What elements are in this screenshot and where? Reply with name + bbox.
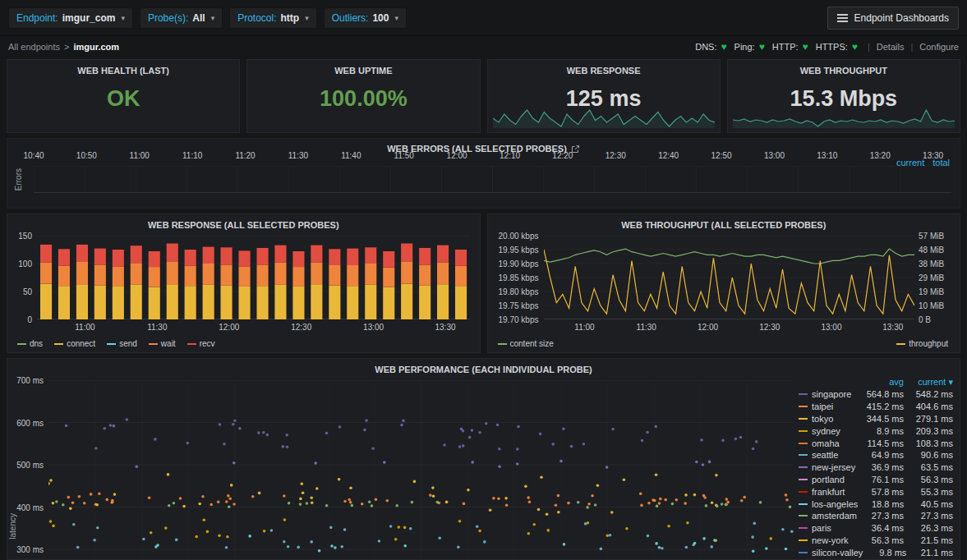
- probe-name[interactable]: los-angeles: [812, 499, 858, 509]
- probe-name[interactable]: portland: [812, 475, 858, 484]
- ping-health-heart-icon: ♥: [759, 41, 765, 53]
- panel-title-web-uptime[interactable]: WEB UPTIME: [247, 60, 479, 76]
- probe-avg-value: 9.8 ms: [863, 548, 906, 558]
- probe-avg-value: 564.8 ms: [858, 389, 904, 399]
- response-chart-area[interactable]: [37, 236, 470, 319]
- probe-current-value: 404.6 ms: [904, 402, 953, 411]
- probe-name[interactable]: seattle: [812, 450, 858, 460]
- probes-value: All: [192, 12, 205, 24]
- web-uptime-value: 100.00%: [247, 86, 479, 112]
- probe-legend-row-silicon-valley[interactable]: silicon-valley9.8 ms21.1 ms: [799, 546, 953, 558]
- legend-item-connect[interactable]: connect: [54, 339, 95, 348]
- endpoint-dashboards-button[interactable]: Endpoint Dashboards: [827, 7, 959, 30]
- performance-chart-area[interactable]: [48, 380, 794, 558]
- breadcrumb-separator: >: [64, 42, 69, 52]
- probe-name[interactable]: sydney: [812, 426, 858, 436]
- protocol-dropdown[interactable]: Protocol: http ▾: [229, 7, 317, 29]
- probe-current-value: 209.3 ms: [904, 426, 953, 436]
- panel-title-web-throughput[interactable]: WEB THROUGHPUT: [728, 60, 960, 76]
- errors-chart-area[interactable]: [34, 166, 951, 193]
- probe-name[interactable]: tokyo: [812, 414, 858, 424]
- probe-name[interactable]: new-york: [812, 535, 858, 545]
- probe-name[interactable]: taipei: [812, 402, 858, 411]
- series-color-dash: [799, 393, 808, 395]
- response-x-tick: 12:00: [219, 323, 239, 332]
- probe-legend-row-los-angeles[interactable]: los-angeles18.8 ms40.5 ms: [799, 498, 953, 510]
- sort-by-current[interactable]: current ▾: [904, 377, 953, 388]
- throughput-chart-area[interactable]: [544, 236, 914, 319]
- probe-legend-row-frankfurt[interactable]: frankfurt57.8 ms55.3 ms: [799, 485, 953, 498]
- performance-y-tick: 300 ms: [16, 545, 44, 554]
- throughput-x-tick: 13:30: [882, 323, 903, 332]
- legend-item-send[interactable]: send: [107, 339, 137, 348]
- probe-legend-row-new-york[interactable]: new-york56.3 ms21.5 ms: [799, 535, 953, 547]
- errors-x-tick: 11:10: [182, 151, 202, 160]
- probe-legend-row-omaha[interactable]: omaha114.5 ms108.3 ms: [799, 437, 953, 449]
- throughput-right-tick: 38 MiB: [919, 259, 944, 269]
- endpoint-label: Endpoint:: [16, 12, 58, 24]
- endpoint-value: imgur_com: [62, 12, 116, 24]
- response-legend: dnsconnectsendwaitrecv: [17, 339, 215, 348]
- probe-legend-row-amsterdam[interactable]: amsterdam27.3 ms27.3 ms: [799, 510, 953, 522]
- throughput-x-tick: 11:00: [574, 323, 594, 332]
- panel-web-response-chart: WEB RESPONSE (ALL SELECTED PROBES) 15010…: [7, 213, 481, 353]
- breadcrumb-root[interactable]: All endpoints: [8, 42, 60, 52]
- probe-legend-row-portland[interactable]: portland76.1 ms56.3 ms: [799, 474, 953, 486]
- probe-legend-row-paris[interactable]: paris36.4 ms26.3 ms: [799, 522, 953, 535]
- legend-item-throughput[interactable]: throughput: [896, 339, 948, 348]
- probe-name[interactable]: new-jersey: [812, 462, 858, 472]
- middle-charts-row: WEB RESPONSE (ALL SELECTED PROBES) 15010…: [7, 213, 960, 353]
- endpoint-dropdown[interactable]: Endpoint: imgur_com ▾: [8, 7, 133, 29]
- endpoint-dashboards-label: Endpoint Dashboards: [854, 12, 949, 24]
- probe-name[interactable]: amsterdam: [812, 511, 858, 521]
- panel-web-health: WEB HEALTH (LAST) OK: [7, 59, 240, 133]
- probe-name[interactable]: paris: [812, 523, 858, 533]
- probe-name[interactable]: omaha: [812, 438, 858, 448]
- response-y-tick: 100: [18, 259, 32, 269]
- response-y-tick: 0: [27, 315, 32, 324]
- throughput-x-axis: 11:0011:3012:0012:3013:0013:30: [544, 323, 914, 333]
- sort-by-avg[interactable]: avg: [858, 377, 904, 387]
- throughput-left-tick: 20.00 kbps: [499, 232, 539, 241]
- probe-name[interactable]: silicon-valley: [812, 548, 863, 558]
- details-link[interactable]: Details: [877, 42, 905, 52]
- probes-dropdown[interactable]: Probe(s): All ▾: [140, 7, 223, 29]
- probe-legend-row-seattle[interactable]: seattle64.9 ms90.6 ms: [799, 449, 953, 461]
- panel-title-web-response-chart[interactable]: WEB RESPONSE (ALL SELECTED PROBES): [7, 214, 480, 230]
- probe-legend-row-new-jersey[interactable]: new-jersey36.9 ms63.5 ms: [799, 461, 953, 474]
- panel-web-response: WEB RESPONSE 125 ms: [487, 59, 721, 133]
- probe-current-value: 279.1 ms: [904, 414, 953, 424]
- legend-item-content-size[interactable]: content size: [498, 339, 554, 348]
- probe-name[interactable]: frankfurt: [812, 487, 858, 497]
- probe-avg-value: 56.3 ms: [858, 535, 904, 545]
- probe-avg-value: 344.5 ms: [858, 414, 904, 424]
- configure-link[interactable]: Configure: [919, 42, 959, 52]
- probe-legend-row-sydney[interactable]: sydney8.9 ms209.3 ms: [799, 425, 953, 437]
- legend-item-recv[interactable]: recv: [187, 339, 215, 348]
- probe-legend-row-taipei[interactable]: taipei415.2 ms404.6 ms: [799, 401, 953, 413]
- response-x-tick: 13:00: [363, 323, 384, 332]
- response-y-axis: 150100500: [12, 236, 32, 319]
- panel-title-web-performance[interactable]: WEB PERFORMANCE (EACH INDIVIDUAL PROBE): [7, 359, 960, 374]
- throughput-legend: content sizethroughput: [498, 339, 949, 348]
- breadcrumb-current: imgur.com: [73, 42, 119, 52]
- performance-y-axis: 700 ms600 ms500 ms400 ms300 ms: [14, 380, 44, 558]
- panel-title-web-health[interactable]: WEB HEALTH (LAST): [7, 60, 239, 76]
- probe-legend-row-tokyo[interactable]: tokyo344.5 ms279.1 ms: [799, 413, 953, 425]
- panel-title-web-throughput-chart[interactable]: WEB THROUGHPUT (ALL SELECTED PROBES): [488, 214, 960, 230]
- errors-y-axis-label: Errors: [14, 168, 23, 190]
- throughput-left-tick: 19.85 kbps: [499, 273, 539, 282]
- probe-avg-value: 64.9 ms: [858, 450, 904, 460]
- probe-name[interactable]: singapore: [812, 389, 858, 399]
- legend-item-dns[interactable]: dns: [17, 339, 43, 348]
- performance-y-tick: 500 ms: [16, 461, 44, 470]
- outliers-value: 100: [372, 12, 389, 24]
- web-health-value: OK: [7, 86, 239, 112]
- probe-avg-value: 415.2 ms: [858, 402, 904, 411]
- probe-avg-value: 57.8 ms: [858, 487, 904, 497]
- panel-title-web-response[interactable]: WEB RESPONSE: [488, 60, 720, 76]
- outliers-dropdown[interactable]: Outliers: 100 ▾: [324, 7, 407, 29]
- legend-item-wait[interactable]: wait: [149, 339, 176, 348]
- series-color-dash: [799, 552, 808, 553]
- probe-legend-row-singapore[interactable]: singapore564.8 ms548.2 ms: [799, 388, 953, 401]
